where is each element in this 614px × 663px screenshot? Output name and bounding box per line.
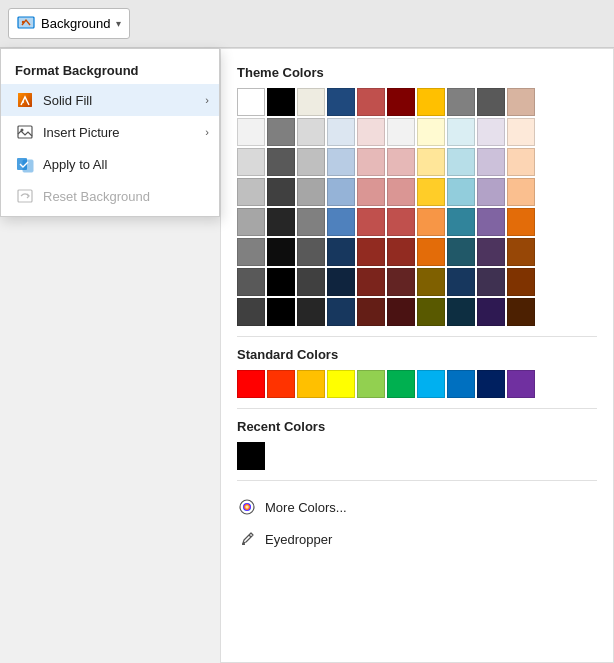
theme-color-swatch[interactable] [477,268,505,296]
theme-color-swatch[interactable] [237,268,265,296]
standard-color-swatch[interactable] [447,370,475,398]
menu-item-solid-fill[interactable]: Solid Fill › [1,84,219,116]
theme-color-swatch[interactable] [507,238,535,266]
theme-color-swatch[interactable] [237,148,265,176]
theme-color-swatch[interactable] [447,238,475,266]
theme-color-swatch[interactable] [237,118,265,146]
theme-color-swatch[interactable] [327,298,355,326]
theme-color-swatch[interactable] [327,178,355,206]
theme-color-swatch[interactable] [507,88,535,116]
theme-color-swatch[interactable] [297,118,325,146]
theme-color-swatch[interactable] [357,148,385,176]
standard-color-swatch[interactable] [267,370,295,398]
theme-color-swatch[interactable] [327,88,355,116]
theme-color-swatch[interactable] [417,148,445,176]
svg-point-12 [243,503,251,511]
theme-color-swatch[interactable] [297,238,325,266]
theme-color-swatch[interactable] [357,178,385,206]
theme-color-swatch[interactable] [327,238,355,266]
theme-color-swatch[interactable] [477,298,505,326]
recent-color-swatch[interactable] [237,442,265,470]
theme-color-swatch[interactable] [357,208,385,236]
theme-color-swatch[interactable] [267,298,295,326]
theme-color-swatch[interactable] [417,118,445,146]
theme-color-swatch[interactable] [387,208,415,236]
theme-color-swatch[interactable] [507,298,535,326]
theme-color-swatch[interactable] [297,88,325,116]
theme-color-swatch[interactable] [387,118,415,146]
eyedropper-link[interactable]: Eyedropper [237,523,597,555]
menu-item-apply-to-all[interactable]: Apply to All [1,148,219,180]
theme-color-swatch[interactable] [447,118,475,146]
standard-color-swatch[interactable] [387,370,415,398]
theme-color-swatch[interactable] [507,208,535,236]
theme-color-swatch[interactable] [387,178,415,206]
theme-color-swatch[interactable] [267,268,295,296]
menu-item-reset-background[interactable]: Reset Background [1,180,219,212]
theme-color-swatch[interactable] [237,238,265,266]
theme-color-swatch[interactable] [267,118,295,146]
apply-to-all-icon [15,154,35,174]
theme-color-swatch[interactable] [507,178,535,206]
theme-color-swatch[interactable] [417,208,445,236]
theme-color-swatch[interactable] [357,88,385,116]
theme-color-swatch[interactable] [327,118,355,146]
menu-item-insert-picture[interactable]: Insert Picture › [1,116,219,148]
theme-color-swatch[interactable] [507,148,535,176]
theme-color-swatch[interactable] [447,148,475,176]
theme-color-swatch[interactable] [267,88,295,116]
theme-color-swatch[interactable] [327,148,355,176]
theme-color-swatch[interactable] [387,148,415,176]
theme-color-swatch[interactable] [447,178,475,206]
standard-color-swatch[interactable] [417,370,445,398]
background-button[interactable]: Background ▾ [8,8,130,39]
theme-color-swatch[interactable] [357,238,385,266]
theme-color-swatch[interactable] [267,238,295,266]
theme-color-swatch[interactable] [237,88,265,116]
theme-color-swatch[interactable] [357,298,385,326]
theme-color-swatch[interactable] [357,118,385,146]
more-colors-link[interactable]: More Colors... [237,491,597,523]
theme-color-swatch[interactable] [477,148,505,176]
theme-color-swatch[interactable] [297,178,325,206]
theme-color-swatch[interactable] [477,238,505,266]
theme-color-swatch[interactable] [237,208,265,236]
theme-color-swatch[interactable] [507,118,535,146]
theme-color-swatch[interactable] [477,88,505,116]
standard-color-swatch[interactable] [357,370,385,398]
theme-color-swatch[interactable] [267,208,295,236]
theme-color-swatch[interactable] [447,208,475,236]
theme-color-swatch[interactable] [447,268,475,296]
theme-color-swatch[interactable] [477,178,505,206]
theme-color-swatch[interactable] [237,298,265,326]
theme-color-swatch[interactable] [387,298,415,326]
theme-color-swatch[interactable] [477,208,505,236]
theme-color-swatch[interactable] [417,88,445,116]
standard-color-swatch[interactable] [297,370,325,398]
theme-color-swatch[interactable] [477,118,505,146]
theme-color-swatch[interactable] [297,268,325,296]
theme-color-swatch[interactable] [417,298,445,326]
theme-color-swatch[interactable] [417,268,445,296]
theme-color-swatch[interactable] [327,268,355,296]
standard-color-swatch[interactable] [327,370,355,398]
theme-color-swatch[interactable] [297,148,325,176]
theme-color-swatch[interactable] [327,208,355,236]
theme-color-swatch[interactable] [387,268,415,296]
theme-color-swatch[interactable] [417,178,445,206]
theme-color-swatch[interactable] [387,238,415,266]
theme-color-swatch[interactable] [297,208,325,236]
theme-color-swatch[interactable] [447,88,475,116]
theme-color-swatch[interactable] [417,238,445,266]
theme-color-swatch[interactable] [387,88,415,116]
theme-color-swatch[interactable] [297,298,325,326]
theme-color-swatch[interactable] [357,268,385,296]
theme-color-swatch[interactable] [267,178,295,206]
theme-color-swatch[interactable] [267,148,295,176]
theme-color-swatch[interactable] [507,268,535,296]
theme-color-swatch[interactable] [447,298,475,326]
standard-color-swatch[interactable] [507,370,535,398]
theme-color-swatch[interactable] [237,178,265,206]
standard-color-swatch[interactable] [237,370,265,398]
standard-color-swatch[interactable] [477,370,505,398]
